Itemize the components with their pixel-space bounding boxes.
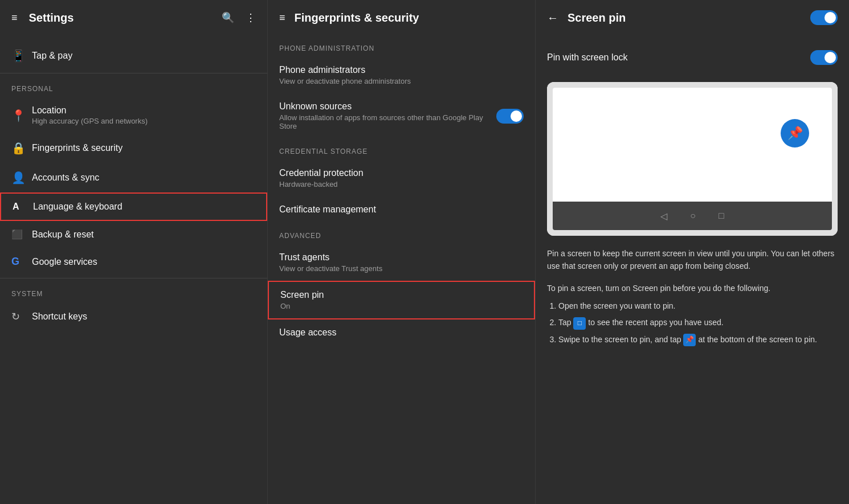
phone-screen-area: 📌	[553, 88, 832, 202]
phone-administrators-text: Phone administrators View or deactivate …	[279, 65, 411, 85]
right-content: Pin with screen lock 📌 ◁ ○ □	[536, 35, 849, 504]
divider-2	[0, 278, 267, 278]
instruction-step-3: Swipe to the screen to pin, and tap 📌 at…	[558, 333, 838, 347]
google-services-text: Google services	[32, 257, 97, 267]
pin-with-lock-row: Pin with screen lock	[547, 44, 838, 76]
recents-inline-icon: □	[573, 317, 586, 330]
right-header-left: ← Screen pin	[547, 11, 626, 24]
step-2-part-2: to see the recent apps you have used.	[588, 318, 723, 327]
location-icon: 📍	[11, 109, 32, 122]
fingerprints-security-text: Fingerprints & security	[32, 143, 123, 153]
hamburger-menu-icon[interactable]: ≡	[11, 12, 18, 24]
settings-title: Settings	[29, 11, 222, 24]
pin-with-screen-lock-toggle[interactable]	[810, 50, 838, 65]
left-content: 📱 Tap & pay PERSONAL 📍 Location High acc…	[0, 35, 267, 337]
unknown-sources-text: Unknown sources Allow installation of ap…	[279, 101, 496, 130]
pin-lock-toggle-knob	[824, 52, 836, 63]
accounts-sync-text: Accounts & sync	[32, 173, 99, 183]
language-keyboard-text: Language & keyboard	[33, 202, 123, 212]
screen-pin-text: Screen pin On	[280, 290, 324, 310]
step-1-text: Open the screen you want to pin.	[558, 301, 675, 310]
instruction-step-1: Open the screen you want to pin.	[558, 299, 838, 313]
recents-nav-icon: □	[719, 211, 724, 221]
trust-agents-item[interactable]: Trust agents View or deactivate Trust ag…	[268, 244, 535, 281]
shortcut-keys-icon: ↻	[11, 310, 32, 323]
backup-reset-text: Backup & reset	[32, 230, 94, 240]
phone-image-container: 📌 ◁ ○ □	[547, 82, 838, 236]
home-nav-icon: ○	[690, 211, 696, 221]
certificate-management-item[interactable]: Certificate management	[268, 196, 535, 223]
personal-section-label: PERSONAL	[0, 76, 267, 97]
google-services-icon: G	[11, 256, 32, 268]
advanced-label: ADVANCED	[268, 223, 535, 244]
divider-1	[0, 73, 267, 73]
sidebar-item-backup-reset[interactable]: ⬛ Backup & reset	[0, 221, 267, 248]
search-icon[interactable]: 🔍	[222, 11, 234, 24]
sidebar-item-google-services[interactable]: G Google services	[0, 248, 267, 276]
credential-storage-label: CREDENTIAL STORAGE	[268, 138, 535, 160]
unknown-sources-toggle[interactable]	[496, 109, 524, 124]
screen-pin-toggle-knob	[824, 12, 836, 23]
phone-admin-label: PHONE ADMINISTRATION	[268, 35, 535, 57]
location-text: Location High accuracy (GPS and networks…	[32, 105, 148, 125]
shortcut-keys-text: Shortcut keys	[32, 312, 87, 322]
instructions-intro: To pin a screen, turn on Screen pin befo…	[547, 282, 838, 294]
fingerprints-security-page-title: Fingerprints & security	[295, 11, 419, 24]
credential-protection-item[interactable]: Credential protection Hardware-backed	[268, 160, 535, 196]
left-panel: ≡ Settings 🔍 ⋮ 📱 Tap & pay PERSONAL 📍 Lo…	[0, 0, 268, 504]
credential-protection-text: Credential protection Hardware-backed	[279, 168, 364, 189]
sidebar-item-location[interactable]: 📍 Location High accuracy (GPS and networ…	[0, 97, 267, 133]
right-panel: ← Screen pin Pin with screen lock 📌	[536, 0, 849, 504]
sidebar-item-fingerprints-security[interactable]: 🔒 Fingerprints & security	[0, 133, 267, 163]
header-icons: 🔍 ⋮	[222, 11, 256, 24]
unknown-sources-item[interactable]: Unknown sources Allow installation of ap…	[268, 93, 535, 138]
sidebar-item-language-keyboard[interactable]: A Language & keyboard	[0, 192, 267, 221]
more-options-icon[interactable]: ⋮	[246, 11, 256, 24]
trust-agents-text: Trust agents View or deactivate Trust ag…	[279, 252, 382, 273]
tap-pay-text: Tap & pay	[32, 51, 72, 61]
accounts-sync-icon: 👤	[11, 171, 32, 185]
phone-illustration: 📌 ◁ ○ □	[547, 82, 838, 236]
instructions-list: Open the screen you want to pin. Tap □ t…	[547, 299, 838, 347]
backup-reset-icon: ⬛	[11, 229, 32, 240]
screen-pin-item[interactable]: Screen pin On	[268, 281, 535, 319]
screen-pin-page-title: Screen pin	[568, 11, 626, 24]
middle-hamburger-icon[interactable]: ≡	[279, 12, 285, 24]
certificate-management-text: Certificate management	[279, 204, 376, 215]
pin-button-icon: 📌	[781, 119, 809, 147]
right-header: ← Screen pin	[536, 0, 849, 35]
usage-access-item[interactable]: Usage access	[268, 319, 535, 346]
sidebar-item-shortcut-keys[interactable]: ↻ Shortcut keys	[0, 302, 267, 331]
sidebar-item-tap-pay[interactable]: 📱 Tap & pay	[0, 41, 267, 71]
fingerprints-security-icon: 🔒	[11, 141, 32, 155]
middle-panel: ≡ Fingerprints & security PHONE ADMINIST…	[268, 0, 536, 504]
instruction-step-2: Tap □ to see the recent apps you have us…	[558, 315, 838, 330]
tap-pay-icon: 📱	[11, 49, 32, 63]
step-3-part-1: Swipe to the screen to pin, and tap	[558, 335, 683, 344]
toggle-knob	[511, 110, 522, 122]
language-keyboard-icon: A	[13, 202, 33, 212]
phone-nav-bar: ◁ ○ □	[553, 202, 832, 230]
step-3-part-2: at the bottom of the screen to pin.	[698, 335, 817, 344]
middle-content: PHONE ADMINISTRATION Phone administrator…	[268, 35, 535, 346]
system-section-label: SYSTEM	[0, 281, 267, 302]
sidebar-item-accounts-sync[interactable]: 👤 Accounts & sync	[0, 163, 267, 192]
pin-with-screen-lock-label: Pin with screen lock	[547, 52, 627, 63]
back-nav-icon: ◁	[660, 211, 667, 222]
screen-pin-main-toggle[interactable]	[810, 10, 838, 25]
step-2-part-1: Tap	[558, 318, 573, 327]
back-arrow-icon[interactable]: ←	[547, 11, 558, 24]
phone-administrators-item[interactable]: Phone administrators View or deactivate …	[268, 57, 535, 93]
left-header: ≡ Settings 🔍 ⋮	[0, 0, 267, 35]
usage-access-text: Usage access	[279, 327, 337, 338]
pin-inline-icon: 📌	[683, 334, 696, 346]
middle-header: ≡ Fingerprints & security	[268, 0, 535, 35]
screen-pin-description: Pin a screen to keep the current screen …	[547, 247, 838, 273]
